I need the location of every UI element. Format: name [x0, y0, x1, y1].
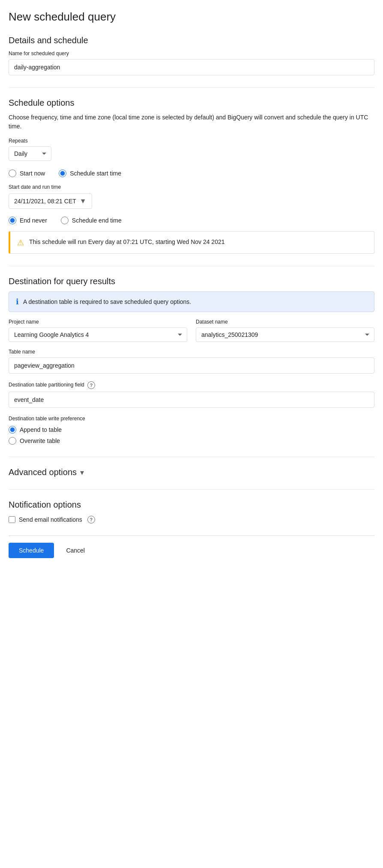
start-now-label: Start now — [20, 170, 45, 177]
schedule-description: Choose frequency, time and time zone (lo… — [9, 113, 374, 131]
name-label: Name for scheduled query — [9, 51, 374, 56]
overwrite-label: Overwrite table — [20, 437, 60, 444]
overwrite-option: Overwrite table — [9, 437, 374, 445]
destination-section: Destination for query results ℹ A destin… — [9, 276, 374, 445]
repeats-label: Repeats — [9, 138, 374, 144]
start-now-option[interactable]: Start now — [9, 169, 45, 177]
notification-heading: Notification options — [9, 500, 374, 510]
bottom-buttons: Schedule Cancel — [9, 535, 374, 558]
table-name-input[interactable] — [9, 357, 374, 374]
divider-2 — [9, 266, 374, 266]
start-date-label: Start date and run time — [9, 184, 374, 190]
notification-section: Notification options Send email notifica… — [9, 500, 374, 523]
send-email-label: Send email notifications — [19, 516, 82, 523]
schedule-options-section: Schedule options Choose frequency, time … — [9, 98, 374, 254]
info-icon: ℹ — [16, 297, 19, 306]
advanced-section: Advanced options ▾ — [9, 467, 374, 477]
destination-heading: Destination for query results — [9, 276, 374, 286]
overwrite-radio[interactable] — [9, 437, 16, 445]
warning-icon: ⚠ — [17, 238, 24, 247]
send-email-checkbox[interactable] — [9, 516, 15, 523]
append-option: Append to table — [9, 426, 374, 434]
project-select-wrapper: Learning Google Analytics 4 — [9, 327, 187, 342]
schedule-button[interactable]: Schedule — [9, 543, 54, 558]
divider-1 — [9, 87, 374, 88]
start-time-radio-group: Start now Schedule start time — [9, 169, 374, 177]
destination-info-banner: ℹ A destination table is required to sav… — [9, 291, 374, 312]
append-label: Append to table — [20, 426, 62, 433]
start-now-radio[interactable] — [9, 169, 16, 177]
partitioning-label: Destination table partitioning field ? — [9, 381, 374, 389]
end-never-radio[interactable] — [9, 217, 16, 224]
divider-4 — [9, 489, 374, 490]
scheduled-query-name-input[interactable] — [9, 59, 374, 75]
project-name-select[interactable]: Learning Google Analytics 4 — [9, 327, 187, 342]
dataset-name-col: Dataset name analytics_250021309 — [196, 319, 374, 342]
project-name-col: Project name Learning Google Analytics 4 — [9, 319, 187, 342]
end-never-option[interactable]: End never — [9, 217, 47, 224]
repeats-select[interactable]: Daily Weekly Monthly Custom — [9, 146, 51, 161]
send-email-option[interactable]: Send email notifications ? — [9, 516, 374, 523]
destination-banner-text: A destination table is required to save … — [23, 298, 191, 305]
schedule-end-time-option[interactable]: Schedule end time — [61, 217, 122, 224]
end-time-radio-group: End never Schedule end time — [9, 217, 374, 224]
schedule-start-time-label: Schedule start time — [70, 170, 121, 177]
schedule-info-box: ⚠ This schedule will run Every day at 07… — [9, 231, 374, 254]
details-heading: Details and schedule — [9, 36, 374, 45]
calendar-icon: ▼ — [80, 197, 87, 205]
project-name-label: Project name — [9, 319, 187, 325]
dataset-name-select[interactable]: analytics_250021309 — [196, 327, 374, 342]
dataset-name-label: Dataset name — [196, 319, 374, 325]
dataset-select-wrapper: analytics_250021309 — [196, 327, 374, 342]
project-dataset-row: Project name Learning Google Analytics 4… — [9, 319, 374, 342]
partitioning-help-icon[interactable]: ? — [87, 381, 95, 389]
page-title: New scheduled query — [9, 10, 374, 24]
advanced-toggle[interactable]: Advanced options ▾ — [9, 467, 374, 477]
start-date-input[interactable]: 24/11/2021, 08:21 CET ▼ — [9, 193, 92, 209]
partitioning-input[interactable] — [9, 392, 374, 408]
write-pref-label: Destination table write preference — [9, 416, 374, 422]
schedule-start-radio[interactable] — [59, 169, 66, 177]
schedule-end-radio[interactable] — [61, 217, 69, 224]
schedule-start-time-option[interactable]: Schedule start time — [59, 169, 121, 177]
start-date-value: 24/11/2021, 08:21 CET — [14, 198, 76, 205]
divider-3 — [9, 457, 374, 457]
repeats-select-wrapper: Daily Weekly Monthly Custom — [9, 146, 51, 161]
append-radio[interactable] — [9, 426, 16, 434]
schedule-options-heading: Schedule options — [9, 98, 374, 108]
table-name-label: Table name — [9, 349, 374, 355]
end-never-label: End never — [20, 217, 47, 224]
details-section: Details and schedule Name for scheduled … — [9, 36, 374, 75]
email-help-icon[interactable]: ? — [87, 516, 95, 523]
advanced-heading: Advanced options — [9, 467, 77, 477]
cancel-button[interactable]: Cancel — [61, 543, 90, 558]
schedule-info-text: This schedule will run Every day at 07:2… — [29, 238, 225, 247]
chevron-down-icon: ▾ — [80, 468, 84, 477]
schedule-end-time-label: Schedule end time — [72, 217, 122, 224]
